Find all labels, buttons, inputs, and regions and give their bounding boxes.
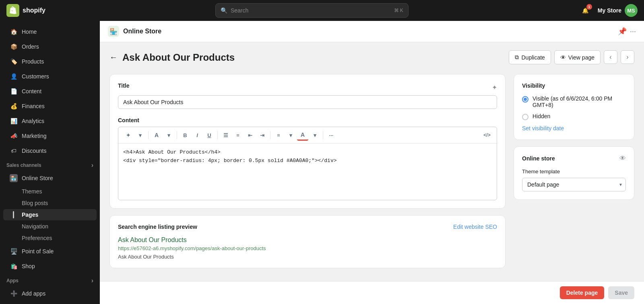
store-avatar: MS xyxy=(625,4,638,17)
rte-underline-btn[interactable]: U xyxy=(204,129,215,141)
analytics-icon: 📊 xyxy=(10,117,18,125)
sidebar-item-label: Home xyxy=(22,29,37,35)
themes-label: Themes xyxy=(22,188,42,195)
sidebar-item-products[interactable]: 🏷️ Products xyxy=(3,54,97,69)
sidebar-item-marketing[interactable]: 📣 Marketing xyxy=(3,129,97,143)
apps-section: Apps › xyxy=(0,274,100,286)
rte-italic-btn[interactable]: I xyxy=(192,129,203,141)
sidebar-sub-item-blog-posts[interactable]: Blog posts xyxy=(3,197,97,209)
topbar-left: shopify xyxy=(6,4,45,17)
page-header: 🏪 Online Store 📌 ··· xyxy=(100,21,644,42)
sidebar-item-label: Discounts xyxy=(22,148,46,154)
online-store-card-header: Online store 👁 xyxy=(522,155,626,162)
rte-ai-btn[interactable]: ✦ xyxy=(122,129,134,141)
title-input[interactable] xyxy=(118,95,497,109)
pos-label: Point of Sale xyxy=(22,248,54,255)
rte-divider-1 xyxy=(148,131,149,139)
delete-page-button[interactable]: Delete page xyxy=(560,286,605,299)
page-actions: ⧉ Duplicate 👁 View page ‹ › xyxy=(509,50,634,64)
add-apps-label: Add apps xyxy=(22,290,45,297)
topbar-search[interactable]: 🔍 ⌘ K xyxy=(215,3,409,18)
rich-text-editor: ✦ ▾ A ▾ B I U ☰ ≡ xyxy=(118,127,497,200)
shop-label: Shop xyxy=(22,263,35,269)
rte-ol-btn[interactable]: ≡ xyxy=(232,129,244,141)
apps-label: Apps xyxy=(6,278,19,283)
rte-indent-btn[interactable]: ⇤ xyxy=(244,129,256,141)
shopify-logo-text: shopify xyxy=(23,7,45,14)
seo-preview-title[interactable]: Ask About Our Products xyxy=(118,236,497,244)
sidebar-sub-item-pages[interactable]: Pages xyxy=(3,209,97,220)
sidebar-item-home[interactable]: 🏠 Home xyxy=(3,25,97,39)
rte-bold-btn[interactable]: B xyxy=(180,129,191,141)
sidebar-item-label: Content xyxy=(22,88,41,94)
rte-outdent-btn[interactable]: ⇥ xyxy=(256,129,268,141)
view-page-button[interactable]: 👁 View page xyxy=(554,50,601,64)
rte-ai-dropdown[interactable]: ▾ xyxy=(134,129,146,141)
back-button[interactable]: ← xyxy=(109,53,118,62)
rte-font-btn[interactable]: A xyxy=(151,129,162,141)
rte-more-btn[interactable]: ··· xyxy=(326,129,337,141)
sidebar-sub-item-themes[interactable]: Themes xyxy=(3,186,97,197)
save-button[interactable]: Save xyxy=(608,286,634,299)
shopify-logo: shopify xyxy=(6,4,45,17)
more-options-button[interactable]: ··· xyxy=(630,27,636,36)
set-visibility-date-link[interactable]: Set visibility date xyxy=(522,125,564,131)
rte-body[interactable]: <h4>Ask About Our Products</h4> <div sty… xyxy=(118,144,497,200)
sidebar-item-shop[interactable]: 🛍️ Shop xyxy=(3,259,97,273)
hidden-radio[interactable] xyxy=(522,114,528,120)
add-apps-icon: ➕ xyxy=(10,290,18,298)
rte-align-dropdown[interactable]: ▾ xyxy=(285,129,296,141)
store-menu-button[interactable]: My Store MS xyxy=(598,4,638,17)
sidebar-item-label: Customers xyxy=(22,73,49,80)
rte-color-btn[interactable]: A xyxy=(297,129,308,141)
content-area: Title ✦ Content ✦ ▾ A ▾ xyxy=(100,66,644,276)
sidebar-item-orders[interactable]: 📦 Orders xyxy=(3,39,97,54)
sidebar-item-content[interactable]: 📄 Content xyxy=(3,84,97,99)
sidebar-item-add-apps[interactable]: ➕ Add apps xyxy=(3,286,97,300)
pages-label: Pages xyxy=(22,212,38,218)
pin-button[interactable]: 📌 xyxy=(618,27,627,36)
rte-ul-btn[interactable]: ☰ xyxy=(220,129,231,141)
sidebar-item-label: Analytics xyxy=(22,118,44,124)
sidebar-item-finances[interactable]: 💰 Finances xyxy=(3,99,97,113)
sidebar-item-point-of-sale[interactable]: 🖥️ Point of Sale xyxy=(3,244,97,259)
rte-color-dropdown[interactable]: ▾ xyxy=(309,129,320,141)
online-store-card-title: Online store xyxy=(522,155,555,162)
topbar: shopify 🔍 ⌘ K 🔔 1 My Store MS xyxy=(0,0,644,21)
sidebar-item-label: Finances xyxy=(22,103,45,109)
navigation-label: Navigation xyxy=(22,223,48,230)
right-panel: Visibility Visible (as of 6/6/2024, 6:00… xyxy=(514,74,634,200)
sales-channels-label: Sales channels xyxy=(6,162,41,168)
rte-divider-2 xyxy=(177,131,177,139)
eye-icon[interactable]: 👁 xyxy=(619,155,626,162)
search-input[interactable] xyxy=(231,7,391,14)
sidebar-sub-item-preferences[interactable]: Preferences xyxy=(3,232,97,244)
ai-generate-icon[interactable]: ✦ xyxy=(492,84,497,91)
sidebar-item-customers[interactable]: 👤 Customers xyxy=(3,69,97,84)
rte-toolbar: ✦ ▾ A ▾ B I U ☰ ≡ xyxy=(118,127,497,144)
orders-icon: 📦 xyxy=(10,43,18,51)
chevron-icon: › xyxy=(91,162,93,169)
next-page-button[interactable]: › xyxy=(621,50,634,64)
visibility-hidden-option[interactable]: Hidden xyxy=(522,113,626,120)
rte-source-btn[interactable]: </> xyxy=(481,129,493,141)
duplicate-button[interactable]: ⧉ Duplicate xyxy=(509,50,551,64)
visibility-visible-option[interactable]: Visible (as of 6/6/2024, 6:00 PM GMT+8) xyxy=(522,95,626,108)
sidebar-item-discounts[interactable]: 🏷 Discounts xyxy=(3,144,97,158)
notification-button[interactable]: 🔔 1 xyxy=(578,3,593,18)
prev-page-button[interactable]: ‹ xyxy=(604,50,617,64)
template-select[interactable]: Default page Contact FAQ xyxy=(522,178,626,191)
rte-align-btn[interactable]: ≡ xyxy=(273,129,284,141)
visible-radio[interactable] xyxy=(522,96,528,103)
left-panel: Title ✦ Content ✦ ▾ A ▾ xyxy=(109,74,506,268)
rte-font-dropdown[interactable]: ▾ xyxy=(163,129,174,141)
sidebar-sub-item-navigation[interactable]: Navigation xyxy=(3,221,97,232)
edit-seo-link[interactable]: Edit website SEO xyxy=(453,224,497,230)
page-title-section: ← Ask About Our Products ⧉ Duplicate 👁 V… xyxy=(100,42,644,66)
sidebar-item-analytics[interactable]: 📊 Analytics xyxy=(3,114,97,128)
preferences-label: Preferences xyxy=(22,235,52,241)
apps-chevron-icon: › xyxy=(91,277,93,284)
bottom-actions: Delete page Save xyxy=(100,281,644,300)
sidebar-item-online-store[interactable]: 🏪 Online Store xyxy=(3,171,97,185)
seo-card: Search engine listing preview Edit websi… xyxy=(109,215,506,268)
